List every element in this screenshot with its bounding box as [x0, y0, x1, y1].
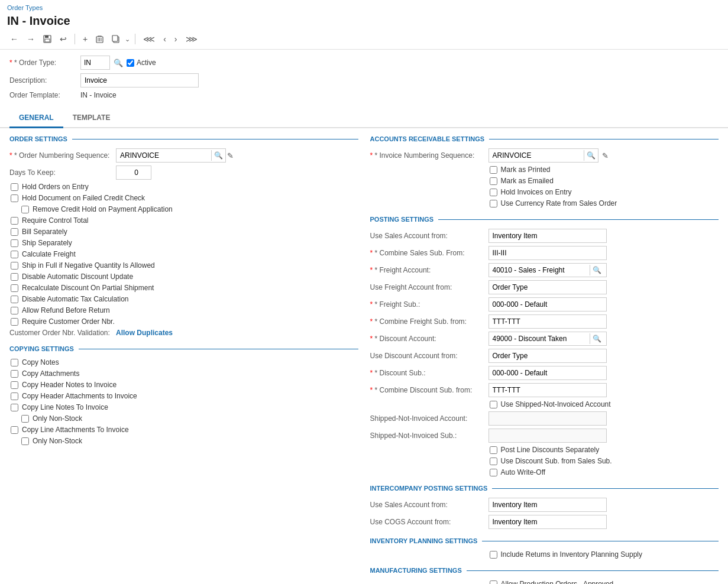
last-button[interactable]: ⋙ — [183, 33, 200, 46]
use-discount-account-select[interactable]: Order Type Inventory Item Customer — [488, 349, 607, 363]
first-button[interactable]: ⋘ — [140, 33, 158, 46]
only-non-stock-2-checkbox[interactable] — [21, 437, 29, 445]
order-numbering-input-container: 🔍 ✎ — [116, 148, 234, 163]
post-line-discounts-row: Post Line Discounts Separately — [370, 446, 719, 454]
disable-auto-discount-checkbox[interactable] — [11, 273, 18, 281]
sni-sub-input[interactable] — [488, 429, 607, 443]
hold-orders-checkbox[interactable] — [11, 183, 18, 191]
order-numbering-search-icon[interactable]: 🔍 — [211, 150, 225, 161]
add-button[interactable]: + — [80, 33, 90, 46]
order-type-search-icon[interactable]: 🔍 — [114, 59, 123, 67]
forward-button[interactable]: → — [24, 33, 38, 46]
mark-printed-checkbox[interactable] — [490, 166, 497, 174]
use-discount-account-dropdown: Order Type Inventory Item Customer — [488, 349, 607, 363]
order-numbering-row: * Order Numbering Sequence: 🔍 ✎ — [9, 148, 358, 163]
order-numbering-input[interactable] — [117, 150, 211, 161]
use-sni-account-checkbox[interactable] — [490, 401, 497, 408]
delete-button[interactable] — [93, 33, 106, 45]
mark-printed-label: Mark as Printed — [501, 166, 551, 174]
only-non-stock-1-checkbox[interactable] — [21, 415, 29, 423]
use-discount-account-label: Use Discount Account from: — [370, 352, 488, 360]
invoice-numbering-edit-icon[interactable]: ✎ — [602, 151, 609, 160]
mark-printed-row: Mark as Printed — [370, 166, 719, 174]
save-button[interactable] — [40, 33, 54, 45]
hold-document-checkbox[interactable] — [11, 194, 18, 202]
intercompany-cogs-account-select[interactable]: Inventory Item Order Type — [488, 515, 607, 529]
svg-rect-1 — [45, 35, 48, 38]
manufacturing-settings-header: MANUFACTURING SETTINGS — [370, 567, 719, 574]
use-discount-sub-checkbox[interactable] — [490, 458, 497, 465]
require-control-checkbox[interactable] — [11, 217, 18, 225]
copy-attachments-checkbox[interactable] — [11, 370, 18, 378]
mark-emailed-checkbox[interactable] — [490, 177, 497, 185]
discount-account-search-icon[interactable]: 🔍 — [590, 333, 604, 344]
order-numbering-label: * Order Numbering Sequence: — [9, 151, 116, 160]
combine-sales-sub-input[interactable] — [488, 246, 607, 260]
allow-production-approved-checkbox[interactable] — [490, 580, 497, 585]
prev-button[interactable]: ‹ — [160, 33, 169, 46]
days-to-keep-input[interactable] — [116, 166, 151, 180]
auto-write-off-label: Auto Write-Off — [501, 468, 546, 476]
tab-template[interactable]: TEMPLATE — [63, 109, 120, 128]
next-button[interactable]: › — [172, 33, 180, 46]
ship-in-full-label: Ship in Full if Negative Quantity Is All… — [22, 261, 155, 270]
calculate-freight-checkbox[interactable] — [11, 251, 18, 258]
combine-freight-sub-input[interactable] — [488, 314, 607, 329]
use-freight-account-select[interactable]: Order Type Inventory Item Customer — [488, 280, 607, 294]
copy-header-notes-checkbox[interactable] — [11, 381, 18, 389]
copy-notes-label: Copy Notes — [22, 358, 59, 366]
post-line-discounts-checkbox[interactable] — [490, 446, 497, 454]
discount-sub-label: * Discount Sub.: — [370, 369, 488, 377]
hold-orders-row: Hold Orders on Entry — [9, 183, 358, 191]
disable-auto-tax-checkbox[interactable] — [11, 296, 18, 303]
hold-invoices-checkbox[interactable] — [490, 189, 497, 196]
invoice-numbering-search-icon[interactable]: 🔍 — [584, 150, 598, 161]
ar-settings-header: ACCOUNTS RECEIVABLE SETTINGS — [370, 135, 719, 142]
posting-settings-header: POSTING SETTINGS — [370, 216, 719, 223]
use-currency-rate-checkbox[interactable] — [490, 200, 497, 207]
freight-account-container: 🔍 — [488, 263, 607, 277]
ship-separately-checkbox[interactable] — [11, 239, 18, 247]
copy-button[interactable] — [109, 33, 122, 45]
order-type-input[interactable] — [80, 56, 110, 70]
include-returns-row: Include Returns in Inventory Planning Su… — [370, 550, 719, 559]
active-checkbox[interactable] — [127, 59, 134, 67]
left-panel: ORDER SETTINGS * Order Numbering Sequenc… — [9, 135, 358, 584]
freight-account-search-icon[interactable]: 🔍 — [590, 265, 604, 275]
freight-sub-input[interactable] — [488, 297, 607, 312]
copy-line-attachments-checkbox[interactable] — [11, 426, 18, 434]
top-nav: Order Types IN - Invoice — [0, 0, 728, 29]
use-sales-account-select[interactable]: Inventory Item Order Type Customer — [488, 229, 607, 243]
undo-button[interactable]: ↩ — [57, 33, 70, 46]
bill-separately-checkbox[interactable] — [11, 228, 18, 236]
combine-discount-sub-input[interactable] — [488, 383, 607, 397]
copy-notes-checkbox[interactable] — [11, 359, 18, 366]
hold-invoices-label: Hold Invoices on Entry — [501, 188, 572, 196]
allow-refund-checkbox[interactable] — [11, 307, 18, 314]
recalculate-discount-checkbox[interactable] — [11, 284, 18, 292]
breadcrumb[interactable]: Order Types — [7, 4, 43, 11]
back-button[interactable]: ← — [7, 33, 21, 46]
tab-general[interactable]: GENERAL — [9, 109, 63, 128]
combine-freight-sub-row: * Combine Freight Sub. from: — [370, 314, 719, 329]
sni-account-input[interactable] — [488, 411, 607, 426]
ship-in-full-checkbox[interactable] — [11, 262, 18, 270]
copy-header-attachments-checkbox[interactable] — [11, 392, 18, 400]
order-numbering-edit-icon[interactable]: ✎ — [227, 151, 234, 160]
freight-account-input[interactable] — [489, 264, 590, 276]
invoice-numbering-input[interactable] — [489, 150, 584, 161]
description-label: Description: — [9, 76, 80, 85]
copy-line-notes-checkbox[interactable] — [11, 404, 18, 411]
discount-account-input[interactable] — [489, 333, 590, 345]
description-input[interactable] — [80, 73, 199, 87]
only-non-stock-1-row: Only Non-Stock — [9, 414, 358, 423]
auto-write-off-checkbox[interactable] — [490, 469, 497, 476]
discount-sub-input[interactable] — [488, 366, 607, 380]
include-returns-checkbox[interactable] — [490, 551, 497, 559]
customer-order-validation-value: Allow Duplicates — [116, 329, 173, 337]
remove-credit-hold-checkbox[interactable] — [21, 206, 29, 213]
days-to-keep-row: Days To Keep: — [9, 166, 358, 180]
intercompany-sales-account-select[interactable]: Inventory Item Order Type — [488, 498, 607, 512]
require-customer-order-checkbox[interactable] — [11, 318, 18, 326]
copy-line-notes-label: Copy Line Notes To Invoice — [22, 403, 108, 411]
